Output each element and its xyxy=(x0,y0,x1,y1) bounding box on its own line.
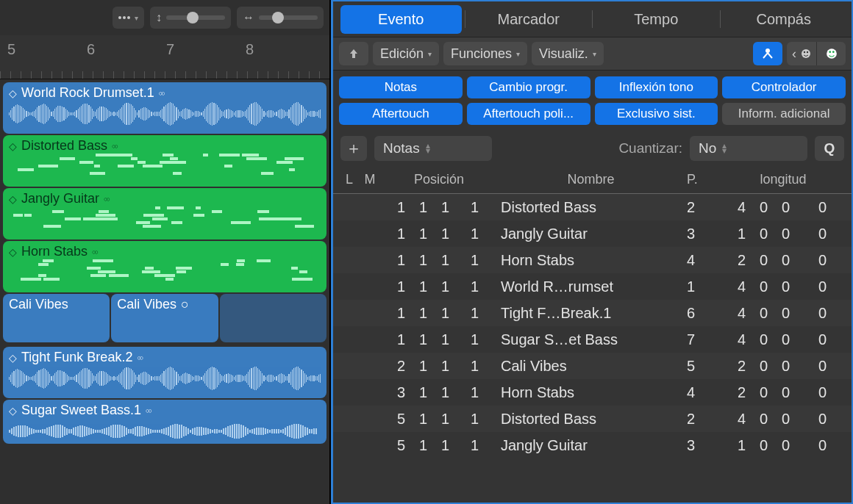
region-name: World Rock Drumset.1 xyxy=(21,85,154,101)
ellipsis-icon xyxy=(118,16,130,19)
region[interactable]: Cali Vibes xyxy=(3,294,110,342)
panel-tabs: EventoMarcadorTempoCompás xyxy=(333,1,852,37)
table-row[interactable]: 1111Sugar S…et Bass74000 xyxy=(333,326,852,353)
horizontal-zoom[interactable]: ↔ xyxy=(237,7,324,29)
svg-point-6 xyxy=(832,51,834,53)
region[interactable]: ◇Tight Funk Break.2○○ xyxy=(3,347,326,398)
col-m[interactable]: M xyxy=(360,169,380,190)
region[interactable] xyxy=(220,294,326,342)
table-row[interactable]: 1111Horn Stabs42000 xyxy=(333,247,852,273)
filter-exclusivo-sist-[interactable]: Exclusivo sist. xyxy=(595,103,718,125)
col-name[interactable]: Nombre xyxy=(498,169,684,190)
hierarchy-up-button[interactable] xyxy=(339,42,368,65)
region[interactable]: ◇World Rock Drumset.1○○ xyxy=(3,82,326,134)
region[interactable]: ◇Horn Stabs○○ xyxy=(3,241,326,292)
chevron-down-icon: ▾ xyxy=(593,50,596,58)
table-row[interactable]: 2111Cali Vibes52000 xyxy=(333,353,852,379)
loop-icon: ◇ xyxy=(9,140,17,152)
tab-tempo[interactable]: Tempo xyxy=(596,5,717,34)
svg-point-3 xyxy=(807,51,808,53)
event-table: L M Posición Nombre P. longitud 1111Dist… xyxy=(333,166,852,503)
region-name: Cali Vibes xyxy=(117,297,176,312)
region[interactable]: Cali Vibes○ xyxy=(111,294,218,342)
region[interactable]: ◇Distorted Bass○○ xyxy=(3,135,326,187)
link-icon xyxy=(760,47,775,60)
region-name: Cali Vibes xyxy=(9,297,68,312)
quantize-button[interactable]: Q xyxy=(815,136,844,161)
color-button[interactable] xyxy=(816,42,846,65)
view-menu[interactable]: Visualiz.▾ xyxy=(532,42,604,65)
region[interactable]: ◇Sugar Sweet Bass.1○○ xyxy=(3,400,326,444)
cycle-icon: ○ xyxy=(181,297,189,312)
loop-icon: ◇ xyxy=(9,405,17,417)
edit-menu[interactable]: Edición▾ xyxy=(373,42,439,65)
arrow-up-icon xyxy=(347,47,360,60)
quantize-select[interactable]: No ▴▾ xyxy=(690,136,807,161)
prev-color-button[interactable]: ‹ xyxy=(787,42,816,65)
cycle-icon: ○○ xyxy=(112,143,117,150)
chevron-down-icon: ▾ xyxy=(428,50,432,58)
event-filter-bar: NotasCambio progr.Inflexión tonoControla… xyxy=(333,71,852,131)
tab-marcador[interactable]: Marcador xyxy=(468,5,590,34)
add-event-button[interactable]: ＋ xyxy=(340,136,367,161)
filter-notas[interactable]: Notas xyxy=(339,76,463,98)
view-options-button[interactable]: ▾ xyxy=(113,7,144,29)
vertical-arrows-icon: ↕ xyxy=(156,11,162,24)
list-toolbar: ＋ Notas ▴▾ Cuantizar: No ▴▾ Q xyxy=(333,131,852,166)
region-name: Tight Funk Break.2 xyxy=(21,350,132,365)
table-row[interactable]: 5111Distorted Bass24000 xyxy=(333,406,852,432)
table-row[interactable]: 1111Distorted Bass24000 xyxy=(333,194,852,220)
col-l[interactable]: L xyxy=(339,169,360,190)
filter-aftertouch[interactable]: Aftertouch xyxy=(339,103,463,125)
region-name: Horn Stabs xyxy=(21,244,88,259)
table-row[interactable]: 5111Jangly Guitar31000 xyxy=(333,432,852,458)
filter-aftertouch-poli-[interactable]: Aftertouch poli... xyxy=(467,103,590,125)
cycle-icon: ○○ xyxy=(92,248,97,256)
region[interactable]: ◇Jangly Guitar○○ xyxy=(3,188,326,240)
chevron-down-icon: ▾ xyxy=(516,50,520,58)
filter-cambio-progr-[interactable]: Cambio progr. xyxy=(467,76,590,98)
chevron-down-icon: ▾ xyxy=(135,14,138,22)
col-position[interactable]: Posición xyxy=(380,169,498,190)
svg-point-4 xyxy=(827,48,837,59)
ruler-mark: 8 xyxy=(246,41,254,58)
tab-compás[interactable]: Compás xyxy=(724,5,845,34)
svg-point-5 xyxy=(829,51,831,53)
vertical-zoom[interactable]: ↕ xyxy=(150,7,231,29)
event-type-select[interactable]: Notas ▴▾ xyxy=(374,136,492,161)
ruler-mark: 5 xyxy=(7,41,15,58)
cycle-icon: ○○ xyxy=(146,407,151,414)
cycle-icon: ○○ xyxy=(104,195,109,203)
svg-point-1 xyxy=(802,49,810,58)
table-row[interactable]: 1111World R…rumset14000 xyxy=(333,273,852,300)
timeline-ruler[interactable]: 5678 xyxy=(0,35,329,79)
loop-icon: ◇ xyxy=(9,352,17,364)
stepper-icon: ▴▾ xyxy=(722,143,727,154)
filter-inform-adicional[interactable]: Inform. adicional xyxy=(722,103,846,125)
filter-inflexi-n-tono[interactable]: Inflexión tono xyxy=(595,76,718,98)
palette-icon xyxy=(801,48,811,59)
vertical-zoom-slider[interactable] xyxy=(166,15,225,20)
svg-point-2 xyxy=(804,51,805,53)
table-row[interactable]: 3111Horn Stabs42000 xyxy=(333,379,852,406)
functions-menu[interactable]: Funciones▾ xyxy=(443,42,527,65)
cycle-icon: ○○ xyxy=(159,90,164,97)
arrange-toolbar: ▾ ↕ ↔ xyxy=(0,0,329,35)
col-p[interactable]: P. xyxy=(684,169,721,190)
color-mode-group: ‹ xyxy=(787,42,846,65)
horizontal-arrows-icon: ↔ xyxy=(243,11,254,24)
filter-controlador[interactable]: Controlador xyxy=(722,76,846,98)
tracks-area[interactable]: ◇World Rock Drumset.1○○◇Distorted Bass○○… xyxy=(0,79,329,504)
table-row[interactable]: 1111Jangly Guitar31000 xyxy=(333,220,852,247)
loop-icon: ◇ xyxy=(9,246,17,258)
cycle-icon: ○○ xyxy=(137,354,142,361)
quantize-label: Cuantizar: xyxy=(618,140,682,156)
table-row[interactable]: 1111Tight F…Break.164000 xyxy=(333,300,852,326)
horizontal-zoom-slider[interactable] xyxy=(259,15,318,20)
palette-icon xyxy=(826,48,838,60)
col-length[interactable]: longitud xyxy=(721,169,846,190)
loop-icon: ◇ xyxy=(9,87,17,99)
link-button[interactable] xyxy=(753,42,782,65)
tab-evento[interactable]: Evento xyxy=(340,5,462,34)
event-menubar: Edición▾ Funciones▾ Visualiz.▾ ‹ xyxy=(333,37,852,71)
